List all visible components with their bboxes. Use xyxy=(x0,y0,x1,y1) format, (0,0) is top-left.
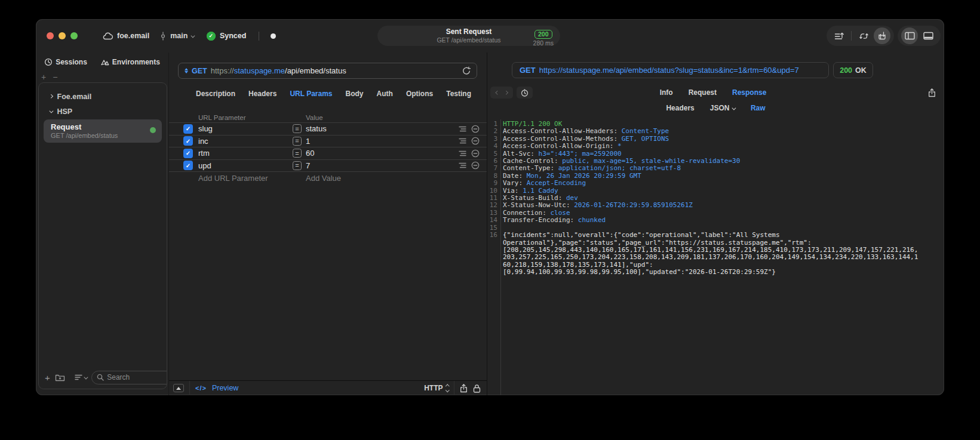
equals-mode-icon[interactable]: = xyxy=(293,149,302,158)
sidebar-item-request[interactable]: Request GET /api/embed/status xyxy=(44,119,162,143)
protocol-label: HTTP xyxy=(424,384,443,392)
remove-session-button[interactable]: − xyxy=(53,72,57,82)
equals-mode-icon[interactable]: = xyxy=(293,137,302,146)
request-editor-pane: GET https://statuspage.me/api/embed/stat… xyxy=(168,53,487,395)
param-value[interactable]: 60 xyxy=(306,149,459,158)
sync-status[interactable]: ✓ Synced xyxy=(207,32,246,41)
param-name[interactable]: upd xyxy=(198,161,293,170)
equals-mode-icon[interactable]: = xyxy=(293,124,302,133)
tab-auth[interactable]: Auth xyxy=(377,90,393,98)
expand-panel-button[interactable] xyxy=(173,384,184,392)
request-url-bar[interactable]: GET https://statuspage.me/api/embed/stat… xyxy=(178,63,477,79)
code-icon: </> xyxy=(195,384,207,392)
stepper-chevrons-icon xyxy=(446,385,449,392)
response-status-box: 200 OK xyxy=(833,62,873,78)
url-input[interactable]: https://statuspage.me/api/embed/status xyxy=(211,66,459,75)
param-name[interactable]: inc xyxy=(198,137,293,146)
sync-branches-button[interactable] xyxy=(855,27,873,44)
response-code[interactable]: 1HTTP/1.1 200 OK2Access-Control-Allow-He… xyxy=(487,119,944,395)
record-dot-icon[interactable] xyxy=(271,33,276,39)
tab-body[interactable]: Body xyxy=(346,90,364,98)
sort-list-button[interactable] xyxy=(75,374,87,381)
request-list-button[interactable] xyxy=(830,27,848,44)
response-request-line[interactable]: GET https://statuspage.me/api/embed/stat… xyxy=(512,62,829,78)
new-folder-button[interactable] xyxy=(55,373,65,381)
method-label[interactable]: GET xyxy=(192,67,207,75)
export-response-button[interactable] xyxy=(928,88,936,97)
resend-button[interactable] xyxy=(462,66,471,75)
param-name[interactable]: rtm xyxy=(198,149,293,158)
tab-response[interactable]: Response xyxy=(732,88,766,97)
row-options-icon[interactable] xyxy=(459,162,466,169)
line-number: 7 xyxy=(487,165,497,172)
method-stepper-icon[interactable] xyxy=(185,68,188,73)
tab-testing[interactable]: Testing xyxy=(446,90,471,98)
share-icon xyxy=(928,88,936,97)
add-value-placeholder[interactable]: Add Value xyxy=(306,174,341,183)
app-window: foe.email main ✓ Synced Sent Request GET… xyxy=(36,19,944,395)
tab-options[interactable]: Options xyxy=(406,90,433,98)
toggle-bottom-panel-button[interactable] xyxy=(919,27,937,44)
row-options-icon[interactable] xyxy=(459,137,466,144)
param-value[interactable]: status xyxy=(306,124,459,133)
add-session-button[interactable]: + xyxy=(41,72,46,82)
tab-request[interactable]: Request xyxy=(689,88,717,97)
list-arrow-up-icon xyxy=(834,32,844,41)
param-value[interactable]: 7 xyxy=(306,161,459,170)
tab-url-params[interactable]: URL Params xyxy=(290,90,332,98)
param-checkbox[interactable] xyxy=(183,136,193,146)
branch-selector[interactable]: main xyxy=(159,32,194,41)
sidebar-search[interactable] xyxy=(91,371,167,384)
preview-button[interactable]: Preview xyxy=(212,384,238,392)
project-name[interactable]: foe.email xyxy=(117,32,149,40)
request-summary-capsule[interactable]: Sent Request GET /api/embed/status 200 2… xyxy=(377,26,560,46)
view-json-dropdown[interactable]: JSON xyxy=(710,104,735,112)
url-host: statuspage.me xyxy=(234,66,285,75)
tab-headers[interactable]: Headers xyxy=(248,90,277,98)
param-checkbox[interactable] xyxy=(183,161,193,170)
remove-row-icon[interactable] xyxy=(471,125,480,133)
chevron-down-icon xyxy=(50,109,53,113)
param-checkbox[interactable] xyxy=(183,149,193,158)
minimize-window-button[interactable] xyxy=(59,32,66,39)
close-window-button[interactable] xyxy=(47,32,54,39)
share-icon[interactable] xyxy=(460,384,468,393)
param-checkbox[interactable] xyxy=(183,124,193,134)
tree-group-hsp[interactable]: HSP xyxy=(41,104,164,119)
request-item-title: Request xyxy=(51,122,156,131)
param-row: rtm = 60 xyxy=(169,147,487,159)
lock-icon[interactable] xyxy=(473,384,481,393)
remove-row-icon[interactable] xyxy=(471,137,480,145)
remove-row-icon[interactable] xyxy=(471,149,480,158)
zoom-window-button[interactable] xyxy=(70,32,78,39)
param-row: inc = 1 xyxy=(169,135,487,147)
view-headers[interactable]: Headers xyxy=(666,104,694,112)
param-value[interactable]: 1 xyxy=(306,137,459,146)
send-receive-button[interactable] xyxy=(874,27,890,44)
tab-description[interactable]: Description xyxy=(196,90,235,98)
tab-environments[interactable]: Environments xyxy=(100,58,160,66)
protocol-selector[interactable]: HTTP xyxy=(424,384,448,392)
add-request-button[interactable]: + xyxy=(45,373,50,383)
row-options-icon[interactable] xyxy=(459,125,466,133)
param-name[interactable]: slug xyxy=(198,124,293,133)
box-arrows-icon xyxy=(877,31,887,41)
tab-info[interactable]: Info xyxy=(660,88,673,97)
line-number: 14 xyxy=(487,217,497,224)
sessions-card: Foe.email HSP Request GET /api/embed/sta… xyxy=(38,82,167,389)
tree-group-foe-email[interactable]: Foe.email xyxy=(41,89,164,104)
request-footer-bar: </> Preview HTTP xyxy=(169,380,487,395)
view-raw[interactable]: Raw xyxy=(751,104,766,112)
footer-separator xyxy=(454,381,454,396)
toggle-sidebar-button[interactable] xyxy=(901,27,918,44)
tab-sessions[interactable]: Sessions xyxy=(44,58,87,66)
chevron-right-icon xyxy=(49,94,53,98)
url-params-table: URL Parameter Value slug = status inc xyxy=(169,112,487,184)
equals-mode-icon[interactable]: = xyxy=(293,161,302,170)
chevron-down-icon xyxy=(84,375,88,379)
row-options-icon[interactable] xyxy=(459,150,466,157)
add-param-placeholder[interactable]: Add URL Parameter xyxy=(198,174,306,183)
search-input[interactable] xyxy=(107,373,167,381)
toolbar-separator xyxy=(851,31,852,41)
remove-row-icon[interactable] xyxy=(471,161,480,170)
